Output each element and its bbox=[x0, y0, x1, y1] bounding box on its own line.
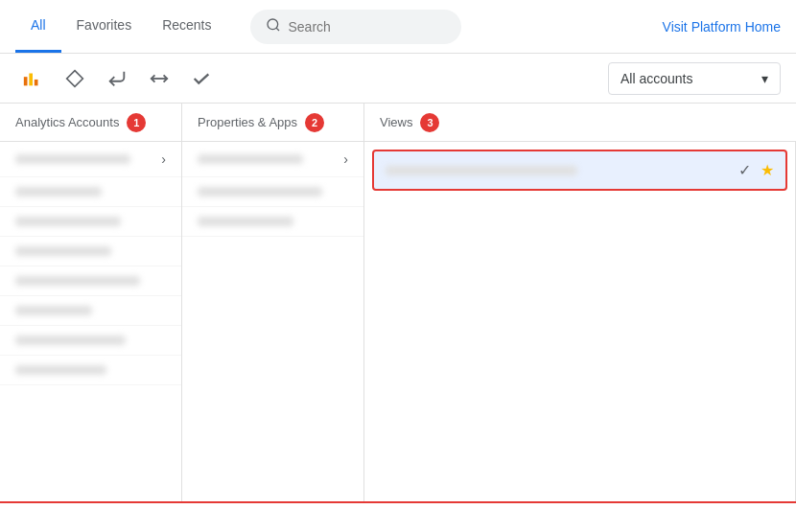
list-item-text bbox=[198, 217, 348, 226]
chevron-down-icon: ▾ bbox=[761, 71, 768, 86]
svg-rect-4 bbox=[35, 79, 38, 84]
list-item[interactable] bbox=[0, 237, 181, 266]
list-item[interactable] bbox=[0, 296, 181, 326]
list-item[interactable] bbox=[0, 266, 181, 296]
arrows-icon[interactable] bbox=[142, 61, 176, 96]
svg-rect-2 bbox=[24, 77, 28, 85]
svg-point-0 bbox=[268, 19, 278, 30]
list-item-text bbox=[198, 154, 343, 164]
toolbar: All accounts ▾ bbox=[0, 54, 796, 104]
list-item[interactable]: › bbox=[0, 142, 181, 177]
content-area: › bbox=[0, 142, 796, 501]
visit-platform-link[interactable]: Visit Platform Home bbox=[663, 19, 781, 35]
nav-tabs: All Favorites Recents bbox=[15, 0, 227, 53]
arrow-in-icon[interactable] bbox=[100, 61, 134, 96]
star-icon[interactable]: ★ bbox=[761, 161, 774, 179]
list-item-text bbox=[15, 246, 166, 256]
badge-analytics: 1 bbox=[127, 113, 146, 132]
analytics-accounts-column: › bbox=[0, 142, 182, 501]
properties-apps-column: › bbox=[182, 142, 364, 501]
svg-line-1 bbox=[276, 28, 279, 31]
tab-all[interactable]: All bbox=[15, 0, 61, 53]
col-header-analytics: Analytics Accounts 1 bbox=[0, 104, 182, 141]
svg-marker-5 bbox=[67, 70, 83, 86]
views-column: ✓ ★ bbox=[364, 142, 796, 501]
bar-chart-icon[interactable] bbox=[15, 61, 50, 96]
badge-properties: 2 bbox=[305, 113, 324, 132]
search-input[interactable] bbox=[289, 19, 446, 35]
search-icon bbox=[266, 17, 281, 36]
col-label-views: Views bbox=[380, 115, 412, 129]
list-item[interactable] bbox=[0, 326, 181, 356]
list-item-text bbox=[15, 335, 166, 345]
top-nav: All Favorites Recents Visit Platform Hom… bbox=[0, 0, 796, 54]
tab-recents[interactable]: Recents bbox=[147, 0, 226, 53]
list-item[interactable] bbox=[0, 207, 181, 237]
selected-view-item[interactable]: ✓ ★ bbox=[372, 150, 787, 191]
list-item-text bbox=[15, 276, 166, 286]
expand-arrow-icon: › bbox=[343, 151, 348, 167]
list-item-text bbox=[15, 306, 166, 315]
col-header-properties: Properties & Apps 2 bbox=[182, 104, 364, 141]
list-item[interactable] bbox=[0, 177, 181, 207]
col-label-properties: Properties & Apps bbox=[198, 115, 297, 129]
list-item[interactable] bbox=[182, 177, 363, 207]
list-item[interactable]: › bbox=[182, 142, 363, 177]
list-item[interactable] bbox=[0, 356, 181, 385]
checkmark-icon[interactable] bbox=[184, 61, 219, 96]
list-item-text bbox=[198, 187, 348, 197]
list-item-text bbox=[15, 365, 166, 375]
col-header-views: Views 3 bbox=[364, 104, 796, 141]
bottom-bar bbox=[0, 501, 796, 532]
svg-rect-3 bbox=[29, 73, 33, 85]
list-item-text bbox=[15, 154, 161, 164]
tab-favorites[interactable]: Favorites bbox=[61, 0, 148, 53]
diamond-icon[interactable] bbox=[58, 61, 92, 96]
list-item[interactable] bbox=[182, 207, 363, 237]
expand-arrow-icon: › bbox=[161, 151, 166, 167]
view-item-text bbox=[386, 166, 577, 175]
col-label-analytics: Analytics Accounts bbox=[15, 115, 119, 129]
checkmark-action-icon[interactable]: ✓ bbox=[738, 161, 751, 179]
list-item-text bbox=[15, 217, 166, 226]
badge-views: 3 bbox=[420, 113, 439, 132]
accounts-dropdown-label: All accounts bbox=[620, 71, 692, 86]
search-bar[interactable] bbox=[250, 10, 461, 44]
accounts-dropdown[interactable]: All accounts ▾ bbox=[608, 62, 781, 95]
column-headers: Analytics Accounts 1 Properties & Apps 2… bbox=[0, 104, 796, 142]
list-item-text bbox=[15, 187, 166, 197]
